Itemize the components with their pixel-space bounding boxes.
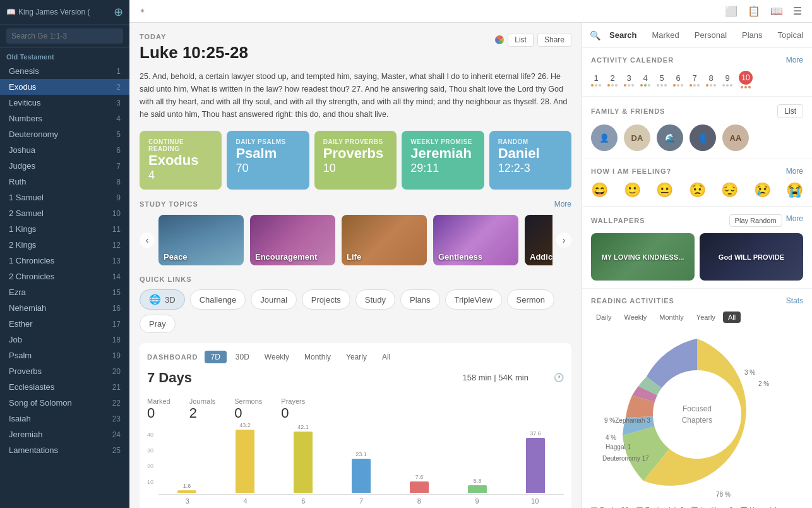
sidebar-book-deuteronomy[interactable]: Deuteronomy5	[0, 126, 129, 142]
sidebar-book-joshua[interactable]: Joshua6	[0, 142, 129, 158]
avatar-2[interactable]: 🌊	[657, 124, 683, 151]
ra-tab-all[interactable]: All	[723, 311, 741, 323]
ra-tab-yearly[interactable]: Yearly	[691, 311, 720, 323]
add-button[interactable]: ⊕	[114, 5, 123, 19]
sidebar-book-2-samuel[interactable]: 2 Samuel10	[0, 205, 129, 221]
feelings-more[interactable]: More	[786, 167, 803, 176]
reading-card-1[interactable]: DAILY PSALMSPsalm70	[227, 131, 309, 190]
sidebar-book-psalm[interactable]: Psalm19	[0, 348, 129, 363]
sidebar-book-numbers[interactable]: Numbers4	[0, 111, 129, 126]
avatar-0[interactable]: 👤	[591, 124, 618, 151]
list-button[interactable]: List	[508, 33, 534, 47]
feeling-icon-6[interactable]: 😭	[786, 182, 803, 198]
quick-link-sermon[interactable]: Sermon	[507, 289, 555, 310]
search-input[interactable]	[6, 28, 123, 44]
sidebar-book-esther[interactable]: Esther17	[0, 316, 129, 332]
calendar-day-7[interactable]: 7	[690, 73, 700, 87]
study-topics-more[interactable]: More	[554, 200, 571, 209]
topic-card-addiction[interactable]: Addiction	[525, 215, 552, 265]
feeling-icon-0[interactable]: 😄	[591, 182, 608, 198]
ra-tab-daily[interactable]: Daily	[591, 311, 616, 323]
feeling-icon-4[interactable]: 😔	[721, 182, 738, 198]
feeling-icon-1[interactable]: 🙂	[624, 182, 641, 198]
wallpaper-1[interactable]: God WILL PROVIDE	[700, 233, 803, 281]
quick-link-3d[interactable]: 🌐3D	[140, 289, 185, 310]
avatar-1[interactable]: DA	[624, 124, 650, 151]
tab-topical[interactable]: Topical	[772, 28, 809, 42]
sidebar-book-1-chronicles[interactable]: 1 Chronicles13	[0, 253, 129, 269]
topic-card-gentleness[interactable]: Gentleness	[433, 215, 518, 265]
sidebar-book-ecclesiastes[interactable]: Ecclesiastes21	[0, 379, 129, 395]
avatar-3[interactable]: 👤	[690, 124, 716, 151]
friends-list-button[interactable]: List	[777, 104, 803, 118]
sidebar-book-judges[interactable]: Judges7	[0, 158, 129, 174]
dash-tab-7d[interactable]: 7D	[205, 351, 227, 363]
tab-search[interactable]: Search	[603, 28, 643, 42]
quick-link-plans[interactable]: Plans	[400, 289, 440, 310]
menu-icon[interactable]: ☰	[793, 5, 802, 17]
sidebar-book-1-samuel[interactable]: 1 Samuel9	[0, 190, 129, 205]
calendar-more[interactable]: More	[786, 56, 803, 64]
reading-card-2[interactable]: DAILY PROVERBSProverbs10	[314, 131, 397, 190]
sidebar-book-song-of-solomon[interactable]: Song of Solomon22	[0, 395, 129, 411]
reading-card-3[interactable]: WEEKLY PROMISEJeremiah29:11	[402, 131, 484, 190]
quick-link-challenge[interactable]: Challenge	[190, 289, 246, 310]
topics-prev-arrow[interactable]: ‹	[140, 233, 155, 248]
dash-tab-weekly[interactable]: Weekly	[258, 351, 296, 363]
dash-tab-yearly[interactable]: Yearly	[340, 351, 373, 363]
calendar-day-6[interactable]: 6	[673, 73, 683, 87]
wallpaper-0[interactable]: MY LOVING KINDNESS...	[591, 233, 695, 281]
topics-next-arrow[interactable]: ›	[556, 233, 571, 248]
avatar-4[interactable]: AA	[722, 124, 749, 151]
sidebar-book-isaiah[interactable]: Isaiah23	[0, 411, 129, 426]
tab-plans[interactable]: Plans	[736, 28, 769, 42]
feeling-icon-3[interactable]: 😟	[689, 182, 706, 198]
sidebar-book-2-chronicles[interactable]: 2 Chronicles14	[0, 269, 129, 284]
dash-tab-30d[interactable]: 30D	[229, 351, 256, 363]
calendar-day-2[interactable]: 2	[607, 73, 618, 87]
dash-tab-all[interactable]: All	[376, 351, 397, 363]
topic-card-life[interactable]: Life	[342, 215, 427, 265]
ra-tab-monthly[interactable]: Monthly	[654, 311, 689, 323]
sidebar-book-ruth[interactable]: Ruth8	[0, 174, 129, 190]
play-random-button[interactable]: Play Random	[729, 214, 782, 227]
sidebar-book-nehemiah[interactable]: Nehemiah16	[0, 300, 129, 316]
reading-card-4[interactable]: RANDOMDaniel12:2-3	[489, 131, 571, 190]
topic-card-peace[interactable]: Peace	[158, 215, 244, 265]
tab-personal[interactable]: Personal	[688, 28, 733, 42]
quick-link-journal[interactable]: Journal	[251, 289, 297, 310]
calendar-day-3[interactable]: 3	[624, 73, 634, 87]
sidebar-book-ezra[interactable]: Ezra15	[0, 284, 129, 300]
sidebar-book-proverbs[interactable]: Proverbs20	[0, 363, 129, 379]
feeling-icon-5[interactable]: 😢	[754, 182, 771, 198]
sidebar-book-job[interactable]: Job18	[0, 332, 129, 348]
reading-card-0[interactable]: CONTINUE READINGExodus4	[140, 131, 222, 190]
wallpapers-more[interactable]: More	[786, 214, 803, 227]
quick-link-projects[interactable]: Projects	[302, 289, 350, 310]
quick-link-study[interactable]: Study	[355, 289, 395, 310]
sidebar-book-leviticus[interactable]: Leviticus3	[0, 95, 129, 111]
dash-tab-monthly[interactable]: Monthly	[298, 351, 337, 363]
calendar-day-8[interactable]: 8	[706, 73, 716, 87]
calendar-day-10[interactable]: 10	[739, 71, 753, 88]
calendar-day-1[interactable]: 1	[591, 73, 601, 87]
quick-link-tripleview[interactable]: TripleView	[445, 289, 502, 310]
feeling-icon-2[interactable]: 😐	[656, 182, 673, 198]
book-icon[interactable]: 📖	[770, 5, 783, 17]
sidebar-book-jeremiah[interactable]: Jeremiah24	[0, 426, 129, 442]
calendar-day-9[interactable]: 9	[722, 73, 732, 87]
sidebar-book-lamentations[interactable]: Lamentations25	[0, 442, 129, 458]
color-picker[interactable]	[495, 35, 504, 44]
calendar-day-4[interactable]: 4	[640, 73, 650, 87]
calendar-day-5[interactable]: 5	[657, 73, 667, 87]
topic-card-encouragement[interactable]: Encouragement	[250, 215, 335, 265]
sidebar-book-2-kings[interactable]: 2 Kings12	[0, 237, 129, 253]
ra-tab-weekly[interactable]: Weekly	[619, 311, 652, 323]
share-button[interactable]: Share	[537, 33, 571, 47]
sidebar-book-exodus[interactable]: Exodus2	[0, 79, 129, 95]
notes-icon[interactable]: 📋	[748, 5, 760, 17]
layout-icon[interactable]: ⬜	[725, 5, 737, 17]
stats-link[interactable]: Stats	[786, 296, 803, 305]
sidebar-book-1-kings[interactable]: 1 Kings11	[0, 221, 129, 237]
quick-link-pray[interactable]: Pray	[140, 315, 176, 333]
